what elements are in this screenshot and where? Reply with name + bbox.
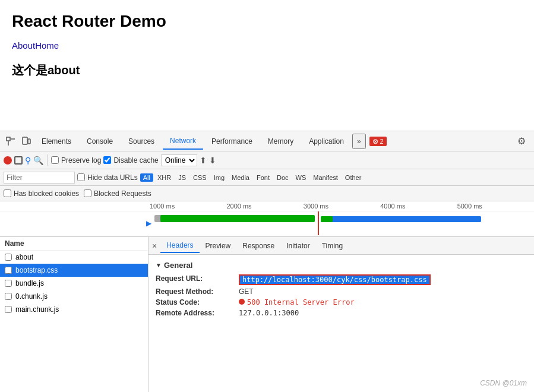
file-checkbox-about[interactable]	[5, 254, 12, 261]
blocked-requests-checkbox[interactable]	[84, 189, 91, 197]
detail-key-address: Remote Address:	[156, 309, 239, 317]
has-blocked-cookies-label[interactable]: Has blocked cookies	[4, 189, 79, 198]
tab-sources[interactable]: Sources	[121, 134, 162, 149]
throttle-select[interactable]: Online	[161, 154, 197, 166]
record-button[interactable]	[4, 156, 12, 165]
filter-other[interactable]: Other	[342, 173, 365, 182]
file-item-chunk0[interactable]: 0.chunk.js	[0, 290, 148, 303]
timeline-red-line	[318, 211, 319, 235]
device-toggle-btn[interactable]	[19, 134, 33, 148]
devtools-panel: Elements Console Sources Network Perform…	[0, 131, 534, 392]
details-tab-headers[interactable]: Headers	[160, 239, 199, 253]
details-panel: × Headers Preview Response Initiator Tim…	[148, 237, 534, 392]
file-item-about[interactable]: about	[0, 251, 148, 264]
section-triangle-icon: ▼	[156, 262, 162, 268]
file-checkbox-mainchunk[interactable]	[5, 306, 12, 313]
settings-icon[interactable]: ⚙	[513, 133, 530, 149]
file-list: Name about bootstrap.css bundle.js 0.chu…	[0, 237, 148, 392]
file-name-bundle: bundle.js	[15, 279, 44, 287]
inspect-element-btn[interactable]	[4, 134, 18, 148]
timeline-arrow-icon: ▶	[146, 219, 151, 227]
filter-xhr[interactable]: XHR	[154, 173, 174, 182]
search-icon[interactable]: 🔍	[33, 156, 43, 165]
status-dot-icon	[239, 298, 247, 306]
disable-cache-label[interactable]: Disable cache	[103, 156, 158, 165]
timeline-green-bar2	[321, 216, 333, 222]
blocked-bar: Has blocked cookies Blocked Requests	[0, 186, 534, 201]
tick-5000: 5000 ms	[457, 201, 534, 211]
hide-data-urls-checkbox[interactable]	[77, 173, 85, 181]
detail-row-url: Request URL: http://localhost:3000/cyk/c…	[156, 274, 527, 285]
upload-icon[interactable]: ⬆	[200, 156, 207, 165]
filter-types: All XHR JS CSS Img Media Font Doc WS Man…	[140, 173, 365, 182]
file-item-bootstrap[interactable]: bootstrap.css	[0, 264, 148, 277]
filter-font[interactable]: Font	[254, 173, 273, 182]
filter-manifest[interactable]: Manifest	[310, 173, 341, 182]
detail-value-url: http://localhost:3000/cyk/css/bootstrap.…	[239, 274, 431, 285]
tick-2000: 2000 ms	[226, 201, 303, 211]
filter-input[interactable]	[4, 172, 75, 184]
timeline-area: 1000 ms 2000 ms 3000 ms 4000 ms 5000 ms …	[0, 201, 534, 237]
tab-elements[interactable]: Elements	[34, 134, 78, 149]
stop-button[interactable]	[14, 156, 23, 165]
detail-row-method: Request Method: GET	[156, 287, 527, 296]
filter-doc[interactable]: Doc	[274, 173, 292, 182]
detail-key-url: Request URL:	[156, 274, 239, 283]
svg-rect-0	[7, 137, 10, 141]
svg-rect-3	[23, 137, 27, 144]
download-icon[interactable]: ⬇	[209, 156, 216, 165]
tab-application[interactable]: Application	[302, 134, 351, 149]
timeline-green-bar	[160, 215, 315, 222]
detail-row-status: Status Code: 500 Internal Server Error	[156, 298, 527, 306]
timeline-blue-bar	[321, 216, 481, 222]
details-tab-preview[interactable]: Preview	[200, 239, 237, 252]
disable-cache-checkbox[interactable]	[103, 156, 111, 164]
detail-key-status: Status Code:	[156, 298, 239, 306]
detail-value-method: GET	[239, 287, 254, 296]
preserve-log-label[interactable]: Preserve log	[51, 156, 101, 165]
blocked-requests-label[interactable]: Blocked Requests	[84, 189, 151, 198]
nav-links: AboutHome	[12, 40, 522, 50]
file-list-header: Name	[0, 237, 148, 251]
tab-memory[interactable]: Memory	[261, 134, 301, 149]
tab-more[interactable]: »	[352, 134, 366, 149]
filter-all[interactable]: All	[140, 173, 153, 182]
filter-js[interactable]: JS	[175, 173, 189, 182]
file-item-bundle[interactable]: bundle.js	[0, 277, 148, 290]
file-name-about: about	[15, 253, 33, 261]
file-checkbox-chunk0[interactable]	[5, 293, 12, 300]
file-checkbox-bootstrap[interactable]	[5, 267, 12, 274]
watermark: CSDN @01xm	[480, 379, 527, 387]
preserve-log-checkbox[interactable]	[51, 156, 59, 164]
tab-performance[interactable]: Performance	[204, 134, 260, 149]
filter-icon[interactable]: ⚲	[25, 156, 31, 165]
page-description: 这个是about	[12, 62, 522, 78]
timeline-body: ▶	[0, 211, 534, 235]
filter-ws[interactable]: WS	[293, 173, 309, 182]
details-close-btn[interactable]: ×	[152, 241, 157, 251]
svg-rect-4	[28, 139, 30, 144]
network-toolbar: ⚲ 🔍 Preserve log Disable cache Online ⬆ …	[0, 151, 534, 169]
hide-data-urls-label[interactable]: Hide data URLs	[77, 173, 138, 182]
details-content: ▼ General Request URL: http://localhost:…	[148, 255, 534, 325]
details-tab-initiator[interactable]: Initiator	[280, 239, 315, 252]
file-item-mainchunk[interactable]: main.chunk.js	[0, 303, 148, 316]
devtools-main: Name about bootstrap.css bundle.js 0.chu…	[0, 237, 534, 392]
has-blocked-cookies-checkbox[interactable]	[4, 189, 11, 197]
tab-console[interactable]: Console	[80, 134, 120, 149]
page-title: React Router Demo	[12, 12, 522, 31]
file-name-mainchunk: main.chunk.js	[15, 305, 59, 314]
file-name-bootstrap: bootstrap.css	[15, 266, 58, 274]
detail-value-status: 500 Internal Server Error	[247, 298, 355, 306]
filter-media[interactable]: Media	[229, 173, 252, 182]
about-home-link[interactable]: AboutHome	[12, 40, 59, 50]
filter-css[interactable]: CSS	[190, 173, 210, 182]
error-badge: ⊗ 2	[369, 137, 387, 146]
tab-network[interactable]: Network	[163, 133, 203, 150]
details-tab-timing[interactable]: Timing	[316, 239, 349, 252]
devtools-tabbar: Elements Console Sources Network Perform…	[0, 131, 534, 151]
details-tab-response[interactable]: Response	[236, 239, 280, 252]
filter-img[interactable]: Img	[211, 173, 227, 182]
details-tabs: × Headers Preview Response Initiator Tim…	[148, 237, 534, 255]
file-checkbox-bundle[interactable]	[5, 280, 12, 287]
